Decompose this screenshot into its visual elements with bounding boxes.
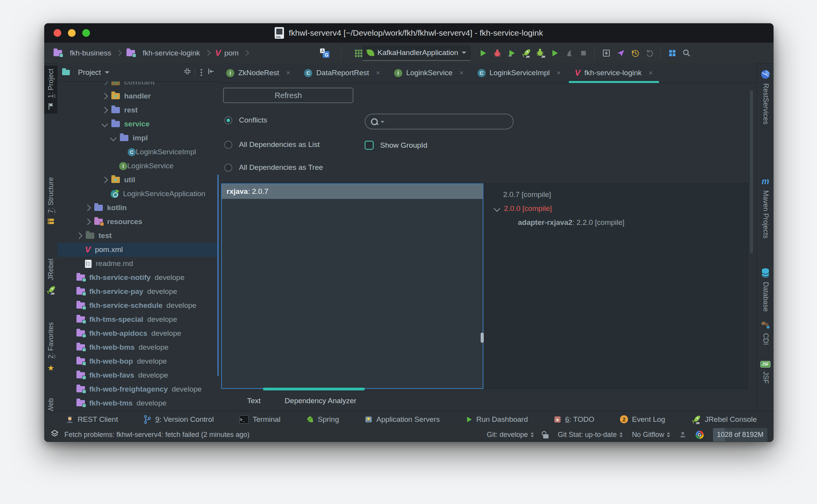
breadcrumb-item-pom[interactable]: Vpom — [215, 49, 239, 57]
toolwindow-button-terminal[interactable]: Terminal — [239, 415, 280, 424]
tree-row-fkh-web-favs[interactable]: fkh-web-favsdevelope — [57, 368, 219, 382]
toolwindow-button-spring[interactable]: Spring — [306, 415, 339, 424]
stop-button[interactable] — [577, 47, 590, 60]
tree-row-constant[interactable]: constant — [57, 81, 219, 89]
jrebel-run-button[interactable]: JR — [519, 47, 532, 60]
tree-row-fkh-web-bop[interactable]: fkh-web-bopdevelope — [57, 354, 219, 368]
tree-row-loginkserviceimpl[interactable]: CLoginkServiceImpl — [57, 145, 219, 159]
close-tab-icon[interactable]: × — [376, 69, 380, 77]
tree-row-fkh-web-freightagency[interactable]: fkh-web-freightagencydevelope — [57, 382, 219, 396]
tree-row-fkh-tms-special[interactable]: fkh-tms-specialdevelope — [57, 312, 219, 326]
translate-button[interactable]: GA — [318, 47, 331, 60]
close-tab-icon[interactable]: × — [557, 69, 561, 77]
minimize-window-button[interactable] — [68, 29, 76, 37]
editor-tab-loginkservice[interactable]: ILoginkService× — [387, 63, 471, 83]
toolbar-item-maven-projects[interactable]: mMaven Projects — [757, 176, 774, 238]
chevron-right-icon[interactable] — [102, 93, 108, 100]
status-widget-git-develope[interactable]: Git: develope — [487, 431, 534, 439]
tree-row-kotlin[interactable]: kotlin — [57, 201, 219, 215]
toolbar-item-7-structure[interactable]: 7: Structure — [44, 174, 57, 228]
deploy-button[interactable] — [614, 47, 627, 60]
local-history-button[interactable] — [628, 47, 641, 60]
close-tab-icon[interactable]: × — [286, 69, 291, 77]
toolwindow-button-6-todo[interactable]: ★6: TODO — [554, 415, 594, 424]
toolbar-item-cdi[interactable]: CDI — [757, 321, 774, 345]
chevron-right-icon[interactable] — [85, 219, 91, 225]
rollback-button[interactable] — [643, 47, 656, 60]
update-button[interactable] — [600, 47, 613, 60]
chevron-down-icon[interactable] — [110, 135, 117, 142]
editor-tab-zknoderest[interactable]: IZkNodeRest× — [219, 63, 297, 83]
radio-button[interactable] — [224, 141, 232, 149]
tree-row-loginkservice[interactable]: ILoginkService — [57, 159, 219, 173]
toolbar-item-1-project[interactable]: 1: Project — [44, 66, 57, 114]
google-icon[interactable]: G — [696, 431, 704, 439]
toolbar-item-jrebel[interactable]: JRebelJR — [44, 255, 57, 298]
tree-row-fkh-web-tms[interactable]: fkh-web-tmsdevelope — [57, 396, 219, 410]
radio-button[interactable] — [224, 116, 232, 124]
stash-layers-icon[interactable] — [50, 430, 59, 440]
chevron-down-icon[interactable] — [105, 71, 109, 76]
editor-scrollbar[interactable] — [750, 90, 753, 253]
splitter-handle[interactable] — [481, 333, 484, 343]
detail-row-adapter-rxjava2-2-2-0-compile[interactable]: adapter-rxjava2 : 2.2.0 [compile] — [485, 216, 748, 230]
radio-all-dependencies-as-tree[interactable]: All Dependencies as Tree — [224, 163, 323, 172]
close-tab-icon[interactable]: × — [649, 69, 653, 77]
viewers-button[interactable] — [666, 47, 679, 60]
conflict-item-rxjava[interactable]: rxjava : 2.0.7 — [222, 184, 483, 199]
chevron-right-icon[interactable] — [85, 205, 91, 211]
traffic-lights[interactable] — [54, 29, 90, 37]
tree-row-fkh-service-notify[interactable]: fkh-service-notifydevelope — [57, 271, 219, 285]
tree-row-fkh-service-pay[interactable]: fkh-service-paydevelope — [57, 285, 219, 299]
radio-all-dependencies-as-list[interactable]: All Dependencies as List — [224, 140, 320, 149]
unlock-icon[interactable] — [543, 434, 549, 438]
run-anyway-button[interactable] — [505, 47, 518, 60]
user-icon[interactable] — [679, 431, 686, 438]
toolwindow-button-application-servers[interactable]: Application Servers — [365, 415, 440, 424]
detail-row-2-0-0-compile[interactable]: 2.0.0 [compile] — [485, 202, 748, 216]
search-options-chevron-icon[interactable] — [381, 121, 384, 125]
tree-row-test[interactable]: test — [57, 229, 219, 243]
close-tab-icon[interactable]: × — [459, 69, 464, 77]
run-configuration-select[interactable]: KafkaHandlerApplication — [362, 45, 471, 61]
view-tab-text[interactable]: Text — [247, 397, 261, 405]
options-menu-icon[interactable] — [199, 69, 204, 76]
editor-tab-datareportrest[interactable]: CDataReportRest× — [297, 63, 387, 83]
chevron-right-icon[interactable] — [102, 81, 108, 85]
rerun-button[interactable] — [548, 47, 561, 60]
toolbar-item-2-favorites[interactable]: 2: Favorites★ — [44, 319, 57, 376]
chevron-right-icon[interactable] — [102, 177, 108, 183]
status-widget-no-gitflow[interactable]: No Gitflow — [632, 431, 670, 439]
detail-row-2-0-7-compile[interactable]: 2.0.7 [compile] — [485, 188, 748, 202]
toolbar-item-restservices[interactable]: RestServices — [757, 69, 774, 124]
toolbar-item-database[interactable]: Database — [757, 268, 774, 312]
radio-conflicts[interactable]: Conflicts — [224, 116, 267, 124]
terminate-button[interactable] — [563, 47, 575, 60]
tree-row-service[interactable]: service — [57, 117, 219, 131]
chevron-right-icon[interactable] — [102, 107, 108, 114]
tree-row-impl[interactable]: impl — [57, 131, 219, 145]
tree-row-fkh-web-bms[interactable]: fkh-web-bmsdevelope — [57, 340, 219, 354]
show-groupid-option[interactable]: Show GroupId — [365, 141, 427, 150]
status-message[interactable]: Fetch problems: fkhwl-serverv4: fetch fa… — [64, 431, 249, 439]
tree-row-fkh-service-schedule[interactable]: fkh-service-scheduledevelope — [57, 299, 219, 312]
project-scrollbar[interactable] — [217, 174, 219, 376]
tree-row-fkh-web-apidocs[interactable]: fkh-web-apidocsdevelope — [57, 326, 219, 340]
breadcrumb-item-fkh-business[interactable]: fkh-business — [54, 49, 111, 57]
chevron-right-icon[interactable] — [76, 233, 83, 239]
jrebel-debug-button[interactable]: JR — [534, 47, 547, 60]
breadcrumb-item-fkh-service-logink[interactable]: fkh-service-logink — [126, 49, 200, 57]
editor-tab-fkh-service-logink[interactable]: Vfkh-service-logink× — [568, 63, 660, 83]
search-input[interactable] — [365, 114, 514, 129]
memory-indicator[interactable]: 1028 of 8192M — [713, 428, 767, 442]
tree-row-util[interactable]: util — [57, 173, 219, 187]
tree-row-handler[interactable]: handler — [57, 89, 219, 103]
toolwindow-button-run-dashboard[interactable]: Run Dashboard — [466, 415, 528, 424]
tree-row-rest[interactable]: rest — [57, 103, 219, 117]
toolwindow-button-jrebel-console[interactable]: JRJRebel Console — [691, 414, 757, 425]
chevron-down-icon[interactable] — [102, 121, 108, 128]
show-groupid-checkbox[interactable] — [365, 141, 374, 150]
tree-row-loginkserviceapplication[interactable]: LoginkServiceApplication — [57, 187, 219, 201]
toolwindow-button-9-version-control[interactable]: 9: Version Control — [144, 415, 214, 424]
tree-row-readme-md[interactable]: readme.md — [57, 257, 219, 271]
